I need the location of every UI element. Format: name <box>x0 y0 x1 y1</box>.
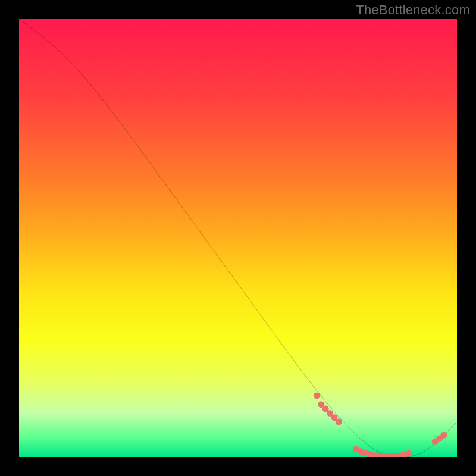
highlight-dots <box>314 392 447 457</box>
watermark-text: TheBottleneck.com <box>356 2 470 18</box>
highlight-dot <box>336 419 342 425</box>
plot-area <box>19 19 457 457</box>
chart-frame: TheBottleneck.com <box>0 0 476 476</box>
bottleneck-curve <box>19 19 457 457</box>
highlight-dot <box>406 450 412 457</box>
curve-layer <box>19 19 457 457</box>
highlight-dot <box>314 392 320 399</box>
highlight-dot <box>440 432 447 439</box>
